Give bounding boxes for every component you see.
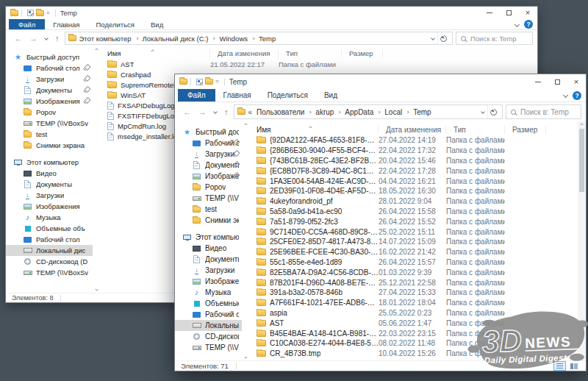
file-row[interactable]: 25CFE0E2-85D7-4817-A473-87CAB3A3D14.07.2… (249, 237, 586, 247)
sidebar-item[interactable]: Видео (6, 168, 93, 179)
help-button[interactable]: ? (573, 91, 581, 100)
sidebar-item[interactable]: Рабочий стол (175, 309, 242, 320)
column-header-date[interactable]: Дата изменения (210, 49, 279, 57)
ribbon-tab-1[interactable]: Главная (215, 89, 259, 102)
file-row[interactable]: 25E96BEE-FCEE-4C30-BA30-8EF64ECDCF16.02.… (249, 247, 586, 257)
address-bar[interactable]: «ПользователиakrupAppDataLocalTemp (234, 104, 503, 119)
sidebar-item[interactable]: Рабочий стол (6, 63, 93, 74)
breadcrumb-separator-icon[interactable] (338, 110, 341, 113)
forward-button[interactable]: → (27, 35, 40, 43)
sidebar-item[interactable]: ↓Загрузки (175, 265, 242, 276)
column-header-type[interactable]: Тип (279, 49, 342, 57)
sidebar-item[interactable]: Popov (175, 182, 242, 193)
breadcrumb-separator-icon[interactable] (309, 110, 312, 113)
sidebar-item[interactable]: Изображения (6, 201, 93, 212)
file-row[interactable]: 55c1-855e-e4ed-1d8926.04.2022 15:57Папка… (249, 257, 586, 268)
address-dropdown-icon[interactable] (481, 110, 485, 114)
file-row[interactable]: 391a-b3a2-0578-846b27.04.2022 15:33Папка… (249, 288, 586, 298)
sidebar-scroll-down-icon[interactable] (95, 288, 98, 291)
quick-access-properties-icon[interactable] (196, 79, 203, 85)
up-button[interactable]: ↑ (53, 35, 62, 43)
breadcrumb-separator-icon[interactable] (251, 37, 254, 40)
sidebar-item[interactable]: TEMP (\\VBoxSv (6, 267, 93, 278)
sidebar-scroll-down-icon[interactable] (244, 355, 247, 358)
sidebar-item[interactable]: Изображения (175, 276, 242, 287)
ribbon-tab-3[interactable]: Вид (316, 89, 345, 102)
quick-access-properties-icon[interactable] (27, 10, 34, 16)
close-button[interactable]: × (567, 74, 586, 89)
help-button[interactable]: ? (524, 20, 533, 29)
sidebar-scroll-up-icon[interactable] (244, 123, 247, 126)
breadcrumb-segment[interactable]: Temp (413, 108, 431, 116)
sidebar-scroll-up-icon[interactable] (95, 48, 98, 51)
sidebar-item[interactable]: Документы (175, 160, 242, 171)
maximize-button[interactable] (499, 7, 518, 19)
file-row[interactable]: 5a58-0a9d-b41a-ec9026.04.2022 15:58Папка… (249, 207, 586, 217)
column-header-size[interactable]: Размер (342, 49, 383, 57)
minimize-button[interactable] (480, 7, 499, 19)
sidebar-item[interactable]: TEMP (\\VBoxSv (6, 118, 93, 129)
file-row[interactable]: 82E5BA7A-D9A2-4C56-8CDB-B8309A1901.03.20… (249, 267, 586, 277)
ribbon-tab-2[interactable]: Поделиться (88, 19, 143, 29)
sidebar-item[interactable]: test (6, 129, 93, 140)
sidebar-item[interactable]: Объемные объ (6, 223, 93, 234)
sidebar-item[interactable]: ♪Музыка (175, 287, 242, 298)
ribbon-tab-0[interactable]: Файл (9, 19, 45, 29)
sidebar-item[interactable]: Объемные объ (175, 298, 242, 309)
sidebar-item[interactable]: Документы (6, 85, 93, 96)
file-row[interactable]: 9C714DE0-CC5A-468D-89C8-2E50A856425.02.2… (249, 227, 586, 237)
scrollbar-thumb[interactable] (579, 129, 584, 192)
file-row[interactable]: {92DA2122-4FA5-4653-81F8-A55BC175027.04.… (249, 135, 586, 146)
sidebar-item[interactable]: Popov (6, 107, 93, 118)
column-header-date[interactable]: Дата изменения (379, 126, 446, 134)
ribbon-collapse-icon[interactable] (559, 89, 573, 102)
ribbon-tab-2[interactable]: Поделиться (259, 89, 316, 102)
file-row[interactable]: 2ED39F01-0F08-4D4E-AF5D-FBB571EB818.05.2… (249, 186, 586, 196)
quick-access-toolbar-dropdown-icon[interactable]: = (215, 79, 219, 85)
breadcrumb-segment[interactable]: akrup (315, 108, 334, 116)
sidebar-item[interactable]: Документы (6, 179, 93, 190)
ribbon-collapse-icon[interactable] (510, 19, 524, 29)
sidebar-item[interactable]: Этот компьютер (175, 232, 242, 243)
breadcrumb-segment[interactable]: AppData (345, 108, 373, 116)
breadcrumb-segment[interactable]: Windows (219, 35, 248, 43)
column-header-type[interactable]: Тип (446, 126, 505, 134)
sidebar-item[interactable]: Локальный дис (175, 320, 242, 331)
breadcrumb-separator-icon[interactable] (212, 37, 215, 40)
sidebar-item[interactable]: CD-дисковод (D (6, 256, 93, 267)
maximize-button[interactable] (548, 74, 567, 89)
up-button[interactable]: ↑ (222, 108, 231, 116)
quick-access-new-folder-icon[interactable] (205, 79, 213, 85)
recent-locations-icon[interactable] (212, 110, 219, 113)
quick-access-new-folder-icon[interactable] (36, 10, 44, 16)
address-bar[interactable]: Этот компьютерЛокальный диск (C:)Windows… (65, 32, 453, 45)
title-bar[interactable]: = Temp × (175, 74, 586, 89)
sidebar-item[interactable]: ↓Загрузки (175, 149, 242, 160)
sidebar-item[interactable]: Этот компьютер (6, 157, 93, 168)
sidebar-item[interactable]: Рабочий стол (175, 138, 242, 149)
breadcrumb-separator-icon[interactable] (406, 110, 409, 113)
file-row[interactable]: {EC8BD7F8-3C89-4D4C-8C1E-0E96D3AB22.04.2… (249, 165, 586, 176)
refresh-button[interactable] (437, 32, 449, 44)
column-header-name[interactable]: Имя (249, 126, 379, 134)
search-box[interactable]: Поиск в: Temp (456, 32, 533, 45)
sidebar-item[interactable]: TEMP (\\VBoxSv (175, 193, 242, 204)
close-button[interactable]: × (518, 7, 537, 19)
file-row[interactable]: 4ukeyforandroid_pf28.01.2022 9:04Папка с… (249, 196, 586, 207)
sidebar-item[interactable]: ♪Музыка (6, 212, 93, 223)
forward-button[interactable]: → (196, 108, 209, 116)
breadcrumb-segment[interactable]: Локальный диск (C:) (143, 35, 209, 43)
scroll-up-icon[interactable] (580, 123, 583, 126)
sidebar-item[interactable]: Рабочий стол (6, 234, 93, 245)
address-dropdown-icon[interactable] (431, 36, 435, 40)
ribbon-tab-3[interactable]: Вид (143, 19, 171, 29)
breadcrumb-separator-icon[interactable] (135, 37, 138, 40)
quick-access-toolbar-dropdown-icon[interactable]: = (46, 10, 50, 16)
title-bar[interactable]: = Temp × (6, 7, 537, 19)
breadcrumb-segment[interactable]: Local (384, 108, 402, 116)
sidebar-item[interactable]: Изображения (6, 96, 93, 107)
sidebar-item[interactable]: ★Быстрый доступ (175, 127, 242, 138)
file-row[interactable]: 87B201F4-D96D-4A08-BE7E-3E67CAB3825.12.2… (249, 277, 586, 288)
back-button[interactable]: ← (181, 108, 193, 116)
file-row[interactable]: 7a51-8799-0f52-2fc326.04.2022 15:52Папка… (249, 216, 586, 227)
